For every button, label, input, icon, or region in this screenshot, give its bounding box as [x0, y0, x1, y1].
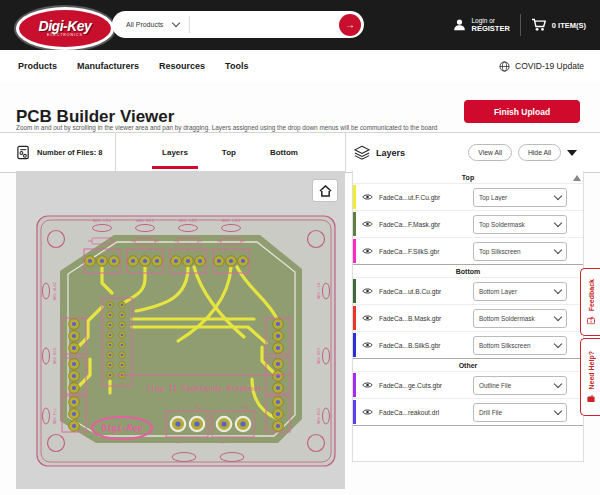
content-area: PCB Builder Viewer Zoom in and out by sc…: [0, 82, 600, 495]
layer-file-name: FadeCa...F.Mask.gbr: [379, 221, 473, 228]
eye-icon[interactable]: [362, 408, 373, 416]
layer-file-name: FadeCa...ut.B.Cu.gbr: [379, 288, 473, 295]
nav-item-products[interactable]: Products: [18, 61, 57, 71]
login-label: Login orREGISTER: [471, 17, 509, 34]
view-all-button[interactable]: View All: [468, 144, 512, 161]
layers-panel-title: Layers: [346, 145, 405, 160]
layer-color-bar: [353, 373, 356, 397]
panel-collapse-caret[interactable]: [567, 150, 577, 156]
layer-file-name: FadeCa...F.SilkS.gbr: [379, 248, 473, 255]
layer-assignment-dropdown[interactable]: Drill File: [473, 403, 567, 422]
layer-assignment-dropdown[interactable]: Top Layer: [473, 188, 567, 207]
chevron-down-icon: [172, 19, 180, 27]
layer-row: FadeCa...F.SilkS.gbr Top Silkscreen: [353, 237, 583, 264]
layer-groups: Top FadeCa...ut.F.Cu.gbr Top Layer FadeC…: [353, 171, 583, 426]
nav-item-resources[interactable]: Resources: [159, 61, 205, 71]
header-divider: [520, 14, 521, 36]
layer-assignment-value: Top Layer: [474, 194, 555, 201]
tab-layers[interactable]: Layers: [158, 136, 192, 169]
eye-icon[interactable]: [362, 220, 373, 228]
feedback-icon: [587, 317, 595, 325]
layer-assignment-dropdown[interactable]: Top Silkscreen: [473, 242, 567, 261]
board-logo-text: Digi-Key: [101, 423, 144, 433]
layer-row: FadeCa...reakout.drl Drill File: [353, 398, 583, 425]
pcb-viewer-canvas[interactable]: NEU LS1 AKU RS1 NEU LS2 NEU LS3: [16, 171, 345, 489]
layer-file-name: FadeCa...B.Mask.gbr: [379, 315, 473, 322]
layer-assignment-dropdown[interactable]: Bottom Silkscreen: [473, 336, 567, 355]
chevron-down-icon: [554, 285, 562, 293]
layer-file-name: FadeCa...B.SilkS.gbr: [379, 342, 473, 349]
layer-group-rows: FadeCa...ut.B.Cu.gbr Bottom Layer FadeCa…: [353, 277, 583, 358]
chevron-down-icon: [554, 191, 562, 199]
logo-subtext: ELECTRONICS: [47, 34, 83, 38]
chevron-down-icon: [554, 218, 562, 226]
finish-upload-button[interactable]: Finish Upload: [464, 100, 580, 123]
tab-bottom[interactable]: Bottom: [266, 136, 302, 169]
board-label: NEU RC0: [52, 347, 57, 364]
cart-button[interactable]: 0 ITEM(S): [531, 18, 586, 32]
search-button[interactable]: →: [339, 14, 361, 36]
layer-file-name: FadeCa...ge.Cuts.gbr: [379, 382, 473, 389]
need-help-tab[interactable]: Need Help?: [580, 338, 600, 416]
eye-icon[interactable]: [362, 287, 373, 295]
help-bubble-icon: [587, 395, 595, 403]
layer-assignment-dropdown[interactable]: Bottom Soldermask: [473, 309, 567, 328]
layer-assignment-value: Drill File: [474, 409, 555, 416]
search-bar: All Products →: [112, 11, 364, 38]
board-label: NEU RS2: [316, 408, 321, 424]
feedback-label: Feedback: [587, 279, 594, 311]
covid-update-link[interactable]: COVID-19 Update: [499, 61, 584, 72]
board-label: -: [196, 440, 199, 445]
board-label: NEU LS1: [93, 218, 112, 223]
layer-assignment-value: Outline File: [474, 382, 555, 389]
layer-assignment-value: Top Silkscreen: [474, 248, 555, 255]
need-help-label: Need Help?: [587, 351, 594, 390]
layer-assignment-dropdown[interactable]: Outline File: [473, 376, 567, 395]
layer-group-title: Top: [353, 171, 583, 183]
layer-row: FadeCa...ut.F.Cu.gbr Top Layer: [353, 183, 583, 210]
layer-group-rows: FadeCa...ge.Cuts.gbr Outline File FadeCa…: [353, 371, 583, 425]
search-input[interactable]: [190, 15, 339, 35]
board-label: NEU LS3: [222, 218, 241, 223]
chevron-down-icon: [554, 339, 562, 347]
layer-assignment-value: Bottom Silkscreen: [474, 342, 555, 349]
layer-assignment-dropdown[interactable]: Top Soldermask: [473, 215, 567, 234]
board-label: NEU LS4: [316, 282, 321, 299]
site-header: Digi-Key ELECTRONICS All Products → Logi…: [0, 0, 600, 50]
layer-color-bar: [353, 239, 356, 263]
layer-row: FadeCa...B.Mask.gbr Bottom Soldermask: [353, 304, 583, 331]
chevron-down-icon: [554, 406, 562, 414]
digikey-logo[interactable]: Digi-Key ELECTRONICS: [16, 7, 114, 50]
eye-icon[interactable]: [362, 341, 373, 349]
layer-row: FadeCa...ge.Cuts.gbr Outline File: [353, 371, 583, 398]
board-label: P13: [195, 405, 203, 410]
layer-assignment-value: Bottom Layer: [474, 288, 555, 295]
chevron-down-icon: [554, 379, 562, 387]
nav-item-manufacturers[interactable]: Manufacturers: [77, 61, 139, 71]
eye-icon[interactable]: [362, 314, 373, 322]
reset-view-button[interactable]: [312, 179, 338, 202]
layer-group-rows: FadeCa...ut.F.Cu.gbr Top Layer FadeCa...…: [353, 183, 583, 264]
chevron-down-icon: [554, 245, 562, 253]
eye-icon[interactable]: [362, 193, 373, 201]
arrow-right-icon: →: [345, 19, 355, 30]
covid-label: COVID-19 Update: [515, 61, 584, 71]
chevron-down-icon: [554, 312, 562, 320]
eye-icon[interactable]: [362, 381, 373, 389]
board-title-text: Claw II FadeCandy Breakout: [146, 384, 262, 393]
search-category-dropdown[interactable]: All Products: [112, 16, 190, 33]
layer-assignment-dropdown[interactable]: Bottom Layer: [473, 282, 567, 301]
eye-icon[interactable]: [362, 247, 373, 255]
layer-group-title: Bottom: [353, 265, 583, 277]
user-icon: [453, 18, 466, 31]
logo-text: Digi-Key: [39, 19, 92, 33]
layer-row: FadeCa...F.Mask.gbr Top Soldermask: [353, 210, 583, 237]
login-register-link[interactable]: Login orREGISTER: [453, 17, 509, 34]
nav-item-tools[interactable]: Tools: [225, 61, 248, 71]
files-icon: [16, 145, 31, 160]
tab-top[interactable]: Top: [218, 136, 240, 169]
hide-all-button[interactable]: Hide All: [518, 144, 561, 161]
feedback-tab[interactable]: Feedback: [580, 268, 600, 336]
scroll-up-icon: [573, 175, 581, 181]
viewer-toolbar: Number of Files: 8 Layers Top Bottom Lay…: [0, 132, 600, 173]
